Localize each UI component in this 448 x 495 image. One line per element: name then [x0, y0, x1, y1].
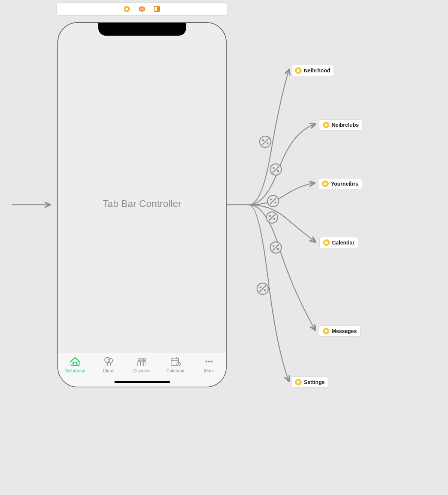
tab-label: More: [204, 368, 214, 374]
svg-point-12: [266, 212, 278, 223]
tab-label: Clubs: [103, 368, 114, 374]
svg-line-5: [273, 166, 279, 172]
svg-point-8: [268, 195, 279, 207]
destination-label: Calendar: [332, 240, 355, 246]
phone-frame[interactable]: Tab Bar Controller Neibrhood: [57, 22, 227, 387]
svg-point-22: [260, 286, 262, 288]
destination-label: Yourneibrs: [331, 181, 358, 187]
destination-label: Messages: [332, 328, 357, 334]
controller-icon: [295, 67, 302, 74]
svg-line-13: [269, 214, 275, 220]
svg-point-39: [143, 358, 146, 361]
svg-line-21: [260, 286, 266, 292]
svg-line-17: [273, 244, 279, 250]
svg-point-37: [138, 358, 140, 361]
controller-icon: [323, 122, 329, 128]
scene-toolbar[interactable]: [56, 2, 227, 16]
phone-notch: [98, 22, 186, 36]
destination-neibrclubs[interactable]: Neibrclubs: [319, 119, 362, 130]
controller-icon: [295, 379, 302, 386]
clubs-icon: [103, 356, 114, 367]
svg-point-19: [277, 248, 279, 250]
tab-calendar[interactable]: Calendar: [159, 356, 192, 374]
svg-line-9: [270, 198, 276, 204]
tab-label: Neibrhood: [65, 368, 85, 374]
svg-point-2: [262, 140, 264, 141]
svg-point-38: [141, 358, 143, 360]
svg-rect-30: [74, 362, 77, 366]
svg-point-47: [211, 361, 213, 363]
svg-point-11: [275, 202, 277, 204]
svg-point-10: [270, 199, 272, 201]
destination-label: Settings: [304, 379, 325, 385]
tab-more[interactable]: More: [193, 356, 225, 374]
destination-messages[interactable]: Messages: [319, 326, 361, 337]
destination-label: Neibrclubs: [332, 122, 359, 128]
screen-title: Tab Bar Controller: [103, 198, 182, 210]
svg-point-3: [267, 142, 269, 144]
svg-point-18: [273, 245, 275, 247]
svg-point-0: [260, 136, 271, 147]
svg-point-46: [208, 361, 210, 363]
tab-neibrhood[interactable]: Neibrhood: [59, 356, 91, 374]
svg-point-23: [264, 290, 266, 291]
svg-point-34: [108, 358, 113, 363]
svg-point-20: [257, 283, 268, 294]
exit-icon[interactable]: [153, 6, 160, 12]
destination-settings[interactable]: Settings: [291, 376, 328, 388]
svg-point-14: [269, 215, 271, 217]
first-responder-icon[interactable]: [138, 6, 145, 12]
svg-point-45: [206, 361, 207, 363]
destination-label: Neibrhood: [304, 68, 330, 74]
svg-point-33: [105, 357, 110, 363]
svg-point-7: [277, 170, 279, 172]
svg-point-15: [274, 218, 275, 220]
svg-rect-25: [126, 8, 128, 10]
scene-icon[interactable]: [123, 6, 130, 12]
controller-icon: [322, 180, 329, 187]
destination-yourneibrs[interactable]: Yourneibrs: [318, 178, 362, 189]
destination-neibrhood[interactable]: Neibrhood: [291, 65, 334, 76]
controller-icon: [323, 328, 329, 334]
svg-point-6: [273, 167, 275, 169]
people-icon: [136, 356, 147, 367]
storyboard-canvas: Tab Bar Controller Neibrhood: [0, 0, 448, 495]
controller-icon: [323, 239, 330, 246]
svg-point-4: [270, 164, 281, 175]
tab-clubs[interactable]: Clubs: [92, 356, 125, 374]
home-indicator: [114, 381, 170, 383]
tab-label: Calendar: [167, 368, 185, 374]
svg-line-1: [262, 139, 268, 145]
destination-calendar[interactable]: Calendar: [319, 237, 358, 248]
more-icon: [203, 356, 215, 367]
tab-discover[interactable]: Discover: [126, 356, 158, 374]
tab-label: Discover: [133, 368, 151, 374]
calendar-icon: [170, 356, 181, 367]
svg-point-16: [270, 242, 281, 253]
house-icon: [69, 356, 81, 367]
